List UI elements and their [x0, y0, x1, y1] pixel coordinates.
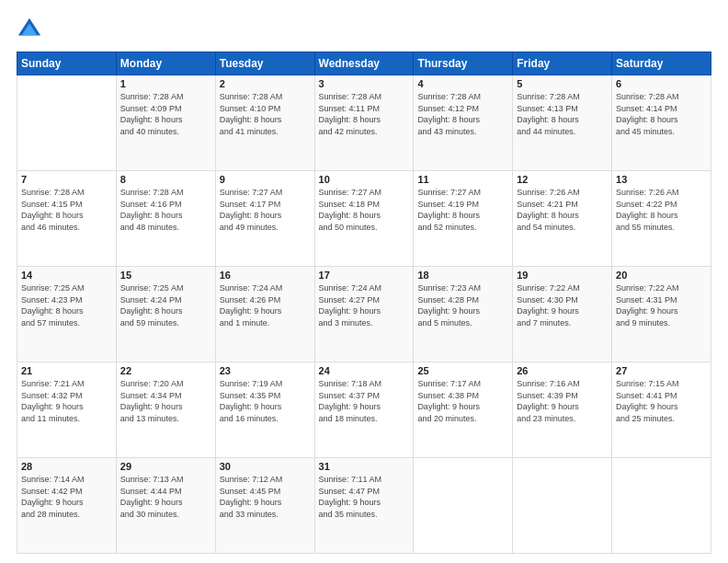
day-info: Sunrise: 7:28 AM Sunset: 4:09 PM Dayligh…	[120, 91, 211, 137]
day-info: Sunrise: 7:28 AM Sunset: 4:10 PM Dayligh…	[220, 91, 311, 137]
calendar-cell: 28Sunrise: 7:14 AM Sunset: 4:42 PM Dayli…	[17, 458, 117, 554]
calendar-cell: 9Sunrise: 7:27 AM Sunset: 4:17 PM Daylig…	[215, 171, 314, 267]
calendar-cell: 4Sunrise: 7:28 AM Sunset: 4:12 PM Daylig…	[414, 75, 513, 171]
calendar-cell: 1Sunrise: 7:28 AM Sunset: 4:09 PM Daylig…	[116, 75, 215, 171]
calendar-cell: 3Sunrise: 7:28 AM Sunset: 4:11 PM Daylig…	[314, 75, 414, 171]
day-info: Sunrise: 7:17 AM Sunset: 4:38 PM Dayligh…	[417, 378, 508, 424]
weekday-header-row: SundayMondayTuesdayWednesdayThursdayFrid…	[17, 52, 711, 75]
calendar-cell: 24Sunrise: 7:18 AM Sunset: 4:37 PM Dayli…	[314, 362, 414, 458]
weekday-header-friday: Friday	[513, 52, 612, 75]
calendar-week-4: 21Sunrise: 7:21 AM Sunset: 4:32 PM Dayli…	[17, 362, 711, 458]
day-info: Sunrise: 7:27 AM Sunset: 4:18 PM Dayligh…	[319, 187, 410, 233]
day-number: 23	[220, 365, 311, 376]
day-number: 25	[417, 365, 508, 376]
calendar-cell: 8Sunrise: 7:28 AM Sunset: 4:16 PM Daylig…	[116, 171, 215, 267]
calendar-cell: 10Sunrise: 7:27 AM Sunset: 4:18 PM Dayli…	[314, 171, 414, 267]
day-info: Sunrise: 7:28 AM Sunset: 4:16 PM Dayligh…	[120, 187, 211, 233]
day-info: Sunrise: 7:28 AM Sunset: 4:14 PM Dayligh…	[616, 91, 707, 137]
day-number: 24	[319, 365, 410, 376]
calendar-cell: 27Sunrise: 7:15 AM Sunset: 4:41 PM Dayli…	[612, 362, 711, 458]
day-number: 15	[120, 270, 211, 281]
calendar-cell: 21Sunrise: 7:21 AM Sunset: 4:32 PM Dayli…	[17, 362, 117, 458]
day-number: 10	[319, 174, 410, 185]
day-number: 31	[319, 461, 410, 472]
weekday-header-tuesday: Tuesday	[215, 52, 314, 75]
calendar-cell: 16Sunrise: 7:24 AM Sunset: 4:26 PM Dayli…	[215, 267, 314, 362]
day-number: 3	[319, 78, 410, 89]
calendar: SundayMondayTuesdayWednesdayThursdayFrid…	[17, 52, 711, 554]
day-info: Sunrise: 7:21 AM Sunset: 4:32 PM Dayligh…	[21, 378, 112, 424]
calendar-cell: 12Sunrise: 7:26 AM Sunset: 4:21 PM Dayli…	[513, 171, 612, 267]
calendar-cell: 13Sunrise: 7:26 AM Sunset: 4:22 PM Dayli…	[612, 171, 711, 267]
calendar-week-5: 28Sunrise: 7:14 AM Sunset: 4:42 PM Dayli…	[17, 458, 711, 554]
calendar-header: SundayMondayTuesdayWednesdayThursdayFrid…	[17, 52, 711, 75]
day-info: Sunrise: 7:27 AM Sunset: 4:17 PM Dayligh…	[220, 187, 311, 233]
calendar-cell: 30Sunrise: 7:12 AM Sunset: 4:45 PM Dayli…	[215, 458, 314, 554]
day-info: Sunrise: 7:27 AM Sunset: 4:19 PM Dayligh…	[417, 187, 508, 233]
day-info: Sunrise: 7:13 AM Sunset: 4:44 PM Dayligh…	[120, 474, 211, 520]
weekday-header-saturday: Saturday	[612, 52, 711, 75]
day-number: 27	[616, 365, 707, 376]
day-number: 1	[120, 78, 211, 89]
calendar-cell: 5Sunrise: 7:28 AM Sunset: 4:13 PM Daylig…	[513, 75, 612, 171]
calendar-cell: 15Sunrise: 7:25 AM Sunset: 4:24 PM Dayli…	[116, 267, 215, 362]
calendar-cell: 14Sunrise: 7:25 AM Sunset: 4:23 PM Dayli…	[17, 267, 117, 362]
day-number: 9	[220, 174, 311, 185]
day-number: 29	[120, 461, 211, 472]
day-number: 6	[616, 78, 707, 89]
day-number: 19	[517, 270, 608, 281]
calendar-cell	[513, 458, 612, 554]
day-number: 16	[220, 270, 311, 281]
calendar-cell: 23Sunrise: 7:19 AM Sunset: 4:35 PM Dayli…	[215, 362, 314, 458]
day-info: Sunrise: 7:19 AM Sunset: 4:35 PM Dayligh…	[220, 378, 311, 424]
day-number: 20	[616, 270, 707, 281]
day-info: Sunrise: 7:22 AM Sunset: 4:31 PM Dayligh…	[616, 282, 707, 328]
day-number: 4	[417, 78, 508, 89]
calendar-cell: 2Sunrise: 7:28 AM Sunset: 4:10 PM Daylig…	[215, 75, 314, 171]
calendar-cell: 20Sunrise: 7:22 AM Sunset: 4:31 PM Dayli…	[612, 267, 711, 362]
day-info: Sunrise: 7:15 AM Sunset: 4:41 PM Dayligh…	[616, 378, 707, 424]
day-info: Sunrise: 7:11 AM Sunset: 4:47 PM Dayligh…	[319, 474, 410, 520]
calendar-cell: 6Sunrise: 7:28 AM Sunset: 4:14 PM Daylig…	[612, 75, 711, 171]
page: SundayMondayTuesdayWednesdayThursdayFrid…	[0, 0, 728, 563]
day-info: Sunrise: 7:14 AM Sunset: 4:42 PM Dayligh…	[21, 474, 112, 520]
day-info: Sunrise: 7:26 AM Sunset: 4:22 PM Dayligh…	[616, 187, 707, 233]
calendar-cell: 17Sunrise: 7:24 AM Sunset: 4:27 PM Dayli…	[314, 267, 414, 362]
day-info: Sunrise: 7:22 AM Sunset: 4:30 PM Dayligh…	[517, 282, 608, 328]
day-number: 11	[417, 174, 508, 185]
day-number: 28	[21, 461, 112, 472]
day-info: Sunrise: 7:24 AM Sunset: 4:26 PM Dayligh…	[220, 282, 311, 328]
weekday-header-sunday: Sunday	[17, 52, 117, 75]
day-number: 22	[120, 365, 211, 376]
day-number: 7	[21, 174, 112, 185]
calendar-cell: 19Sunrise: 7:22 AM Sunset: 4:30 PM Dayli…	[513, 267, 612, 362]
day-info: Sunrise: 7:23 AM Sunset: 4:28 PM Dayligh…	[417, 282, 508, 328]
day-info: Sunrise: 7:16 AM Sunset: 4:39 PM Dayligh…	[517, 378, 608, 424]
weekday-header-monday: Monday	[116, 52, 215, 75]
day-number: 21	[21, 365, 112, 376]
day-info: Sunrise: 7:25 AM Sunset: 4:23 PM Dayligh…	[21, 282, 112, 328]
day-info: Sunrise: 7:26 AM Sunset: 4:21 PM Dayligh…	[517, 187, 608, 233]
calendar-body: 1Sunrise: 7:28 AM Sunset: 4:09 PM Daylig…	[17, 75, 711, 554]
day-number: 30	[220, 461, 311, 472]
day-info: Sunrise: 7:28 AM Sunset: 4:13 PM Dayligh…	[517, 91, 608, 137]
day-number: 8	[120, 174, 211, 185]
logo-icon	[17, 17, 42, 42]
calendar-cell: 18Sunrise: 7:23 AM Sunset: 4:28 PM Dayli…	[414, 267, 513, 362]
day-number: 17	[319, 270, 410, 281]
calendar-cell: 26Sunrise: 7:16 AM Sunset: 4:39 PM Dayli…	[513, 362, 612, 458]
calendar-cell	[612, 458, 711, 554]
day-info: Sunrise: 7:28 AM Sunset: 4:11 PM Dayligh…	[319, 91, 410, 137]
calendar-cell	[414, 458, 513, 554]
day-number: 2	[220, 78, 311, 89]
day-info: Sunrise: 7:28 AM Sunset: 4:12 PM Dayligh…	[417, 91, 508, 137]
calendar-cell: 22Sunrise: 7:20 AM Sunset: 4:34 PM Dayli…	[116, 362, 215, 458]
weekday-header-wednesday: Wednesday	[314, 52, 414, 75]
calendar-week-1: 1Sunrise: 7:28 AM Sunset: 4:09 PM Daylig…	[17, 75, 711, 171]
calendar-cell: 25Sunrise: 7:17 AM Sunset: 4:38 PM Dayli…	[414, 362, 513, 458]
header	[17, 17, 711, 42]
day-number: 13	[616, 174, 707, 185]
day-info: Sunrise: 7:12 AM Sunset: 4:45 PM Dayligh…	[220, 474, 311, 520]
calendar-week-2: 7Sunrise: 7:28 AM Sunset: 4:15 PM Daylig…	[17, 171, 711, 267]
calendar-cell: 7Sunrise: 7:28 AM Sunset: 4:15 PM Daylig…	[17, 171, 117, 267]
